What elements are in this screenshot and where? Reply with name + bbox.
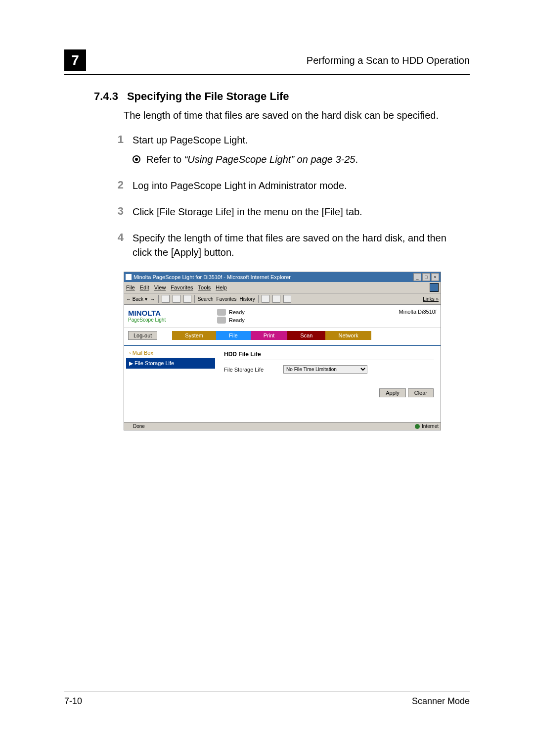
logout-button[interactable]: Log-out — [128, 331, 157, 340]
minimize-button[interactable]: _ — [413, 273, 421, 281]
tab-bar: System File Print Scan Network — [172, 331, 371, 340]
brand-sub: PageScope Light — [128, 317, 207, 323]
tab-system[interactable]: System — [172, 331, 216, 340]
ie-statusbar: Done Internet — [124, 422, 441, 430]
tab-scan[interactable]: Scan — [287, 331, 325, 340]
page-header: 7 Performing a Scan to HDD Operation — [64, 49, 470, 75]
printer-status: Ready Ready — [217, 309, 245, 324]
menu-tools[interactable]: Tools — [198, 284, 211, 290]
file-storage-life-select[interactable]: No File Time Limitation — [283, 365, 367, 374]
tab-print[interactable]: Print — [251, 331, 288, 340]
step-1: 1 Start up PageScope Light. Refer to “Us… — [64, 133, 470, 167]
window-title: Minolta PageScope Light for Di3510f - Mi… — [134, 274, 413, 280]
zone-label: Internet — [422, 424, 439, 429]
ie-titlebar: Minolta PageScope Light for Di3510f - Mi… — [124, 272, 441, 282]
links-label[interactable]: Links » — [423, 296, 439, 302]
page-number: 7-10 — [64, 696, 82, 707]
section-number: 7.4.3 — [94, 90, 118, 103]
print-icon[interactable] — [272, 295, 280, 303]
status-text: Ready — [229, 317, 245, 323]
brand-name: MINOLTA — [128, 309, 161, 317]
mail-icon[interactable] — [262, 295, 269, 303]
history-button[interactable]: History — [240, 296, 255, 302]
step-text: Start up PageScope Light. — [133, 135, 248, 145]
forward-button[interactable]: → — [150, 296, 155, 302]
step-sub: Refer to “Using PageScope Light” on page… — [133, 152, 455, 167]
section-heading: 7.4.3 Specifying the File Storage Life — [94, 90, 470, 103]
step-number: 3 — [111, 205, 124, 219]
sub-suffix: . — [356, 154, 358, 165]
step-3: 3 Click [File Storage Life] in the menu … — [64, 205, 470, 219]
status-text: Ready — [229, 309, 245, 315]
sub-prefix: Refer to — [146, 154, 184, 165]
sidebar-item-mailbox[interactable]: › Mail Box — [126, 348, 215, 358]
separator — [258, 295, 259, 303]
globe-icon — [415, 424, 420, 429]
menu-file[interactable]: File — [126, 284, 135, 290]
brand-logo: MINOLTA PageScope Light — [128, 309, 207, 323]
section-intro: The length of time that files are saved … — [124, 110, 470, 121]
psl-header: MINOLTA PageScope Light Ready Ready Mino… — [124, 305, 441, 328]
sub-ref: “Using PageScope Light” on page 3-25 — [184, 154, 356, 165]
home-icon[interactable] — [183, 295, 191, 303]
separator — [158, 295, 159, 303]
menu-edit[interactable]: Edit — [140, 284, 149, 290]
bullet-icon — [133, 155, 140, 163]
step-text: Specify the length of time that files ar… — [133, 233, 446, 258]
scanner-icon — [217, 317, 226, 324]
stop-icon[interactable] — [162, 295, 170, 303]
page-footer: 7-10 Scanner Mode — [64, 692, 470, 707]
tab-network[interactable]: Network — [325, 331, 371, 340]
tab-file[interactable]: File — [216, 331, 251, 340]
status-done: Done — [126, 424, 145, 429]
separator — [194, 295, 195, 303]
sidebar-item-file-storage-life[interactable]: ▶ File Storage Life — [126, 358, 215, 369]
apply-button[interactable]: Apply — [379, 388, 406, 397]
step-text: Log into PageScope Light in Administrato… — [133, 180, 347, 191]
maximize-button[interactable]: □ — [422, 273, 430, 281]
step-2: 2 Log into PageScope Light in Administra… — [64, 179, 470, 193]
edit-icon[interactable] — [283, 295, 291, 303]
model-label: Minolta Di3510f — [399, 309, 437, 315]
menu-help[interactable]: Help — [216, 284, 227, 290]
back-button[interactable]: ← Back ▾ — [126, 296, 147, 302]
side-menu: › Mail Box ▶ File Storage Life — [124, 346, 217, 422]
menu-view[interactable]: View — [154, 284, 166, 290]
ie-logo-icon — [430, 283, 439, 292]
field-label: File Storage Life — [224, 367, 264, 373]
printer-icon — [217, 309, 226, 316]
ie-menubar: File Edit View Favorites Tools Help — [124, 282, 441, 293]
footer-mode: Scanner Mode — [412, 696, 470, 707]
menu-favorites[interactable]: Favorites — [171, 284, 193, 290]
embedded-screenshot: Minolta PageScope Light for Di3510f - Mi… — [124, 272, 441, 430]
step-number: 4 — [111, 231, 124, 260]
step-number: 1 — [111, 133, 124, 167]
steps-list: 1 Start up PageScope Light. Refer to “Us… — [64, 133, 470, 260]
step-4: 4 Specify the length of time that files … — [64, 231, 470, 260]
chapter-number: 7 — [64, 49, 86, 71]
search-button[interactable]: Search — [198, 296, 214, 302]
section-title: Specifying the File Storage Life — [127, 90, 289, 103]
favorites-button[interactable]: Favorites — [216, 296, 236, 302]
step-text: Click [File Storage Life] in the menu on… — [133, 206, 362, 217]
running-title: Performing a Scan to HDD Operation — [307, 55, 470, 66]
step-number: 2 — [111, 179, 124, 193]
close-button[interactable]: × — [431, 273, 439, 281]
ie-toolbar: ← Back ▾ → Search Favorites History Link… — [124, 293, 441, 305]
main-panel: HDD File Life File Storage Life No File … — [217, 346, 441, 422]
refresh-icon[interactable] — [173, 295, 180, 303]
panel-heading: HDD File Life — [224, 351, 434, 360]
ie-icon — [126, 274, 132, 280]
clear-button[interactable]: Clear — [408, 388, 434, 397]
